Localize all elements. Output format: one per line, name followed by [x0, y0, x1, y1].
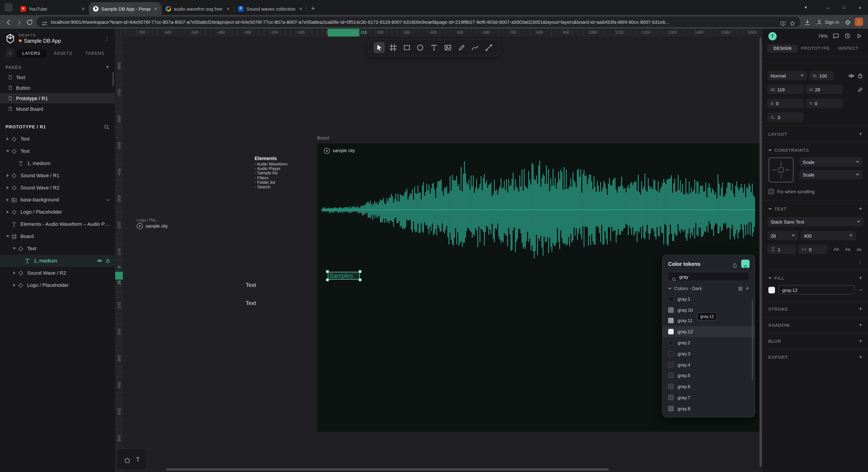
browser-tab[interactable]: audio wavefrm svg free - Goog×: [162, 2, 234, 15]
add-export-button[interactable]: +: [859, 354, 863, 360]
token-row[interactable]: gray.1: [662, 293, 754, 304]
expand-chevron-icon[interactable]: [4, 174, 11, 177]
text-option-icon-2[interactable]: M2 4h12M6 8h8M4 12h10: [791, 259, 797, 265]
install-icon[interactable]: [780, 19, 786, 25]
image-tool-button[interactable]: [442, 42, 453, 53]
remove-fill-button[interactable]: −: [859, 287, 862, 293]
download-icon[interactable]: [804, 18, 811, 26]
token-group-header[interactable]: Colors - Dark +: [662, 283, 754, 293]
layer-row[interactable]: Text: [0, 133, 115, 145]
browser-tab[interactable]: Sample DB App - Penpot×: [89, 2, 162, 15]
file-menu-icon[interactable]: ⋮: [104, 35, 110, 41]
user-avatar[interactable]: T: [768, 32, 777, 40]
canvas-text[interactable]: Text: [246, 282, 256, 288]
token-row[interactable]: gray.4: [662, 359, 754, 370]
add-blur-button[interactable]: +: [859, 338, 863, 344]
layer-row[interactable]: Board: [0, 230, 115, 243]
width-input[interactable]: W119: [767, 85, 804, 94]
pages-scrollbar[interactable]: [112, 72, 114, 86]
browser-tab[interactable]: YouTube×: [17, 2, 89, 15]
move-tool-button[interactable]: [374, 42, 385, 53]
expand-chevron-icon[interactable]: [4, 235, 11, 238]
close-button[interactable]: ×: [852, 5, 868, 10]
grid-view-icon[interactable]: [738, 286, 743, 291]
lowercase-button[interactable]: aa: [855, 245, 864, 254]
tab-inspect[interactable]: INSPECT: [833, 44, 864, 53]
view-mode-icon[interactable]: [856, 33, 862, 39]
bookmark-star-icon[interactable]: [789, 19, 796, 25]
x-input[interactable]: X0: [767, 99, 804, 108]
text-option-icon-0[interactable]: M2 4h12M2 8h8M2 12h12: [768, 259, 774, 265]
text-option-icon-3[interactable]: M2 4h12M2 8h12M2 12h12: [802, 259, 808, 265]
blend-mode-select[interactable]: Normal: [767, 71, 807, 80]
canvas[interactable]: Board sample city Samples Elements - Aud…: [115, 29, 763, 472]
search-icon[interactable]: [103, 124, 110, 130]
layer-row[interactable]: Sound Wave / R2: [0, 267, 115, 279]
selection-handle[interactable]: [359, 270, 362, 273]
site-settings-icon[interactable]: [41, 19, 48, 25]
letter-spacing-input[interactable]: 0: [798, 245, 827, 254]
add-stroke-button[interactable]: +: [859, 306, 863, 312]
add-token-button[interactable]: +: [746, 286, 749, 291]
expand-chevron-icon[interactable]: [4, 198, 11, 202]
layer-row[interactable]: Text: [0, 145, 115, 157]
text-tool-button[interactable]: [429, 42, 440, 53]
selected-text-element[interactable]: Samples: [328, 272, 360, 279]
line-height-input[interactable]: 1: [767, 245, 796, 254]
selection-handle[interactable]: [326, 279, 329, 281]
canvas-text[interactable]: Text: [246, 300, 256, 306]
tab-tokens[interactable]: TOKENS: [80, 49, 110, 57]
expand-chevron-icon[interactable]: [4, 137, 11, 140]
selection-handle[interactable]: [326, 270, 329, 273]
minimize-button[interactable]: –: [820, 5, 836, 10]
back-icon[interactable]: [5, 18, 12, 26]
add-typography-button[interactable]: +: [859, 206, 863, 211]
canvas-vertical-scrollbar[interactable]: [760, 38, 762, 467]
lock-icon[interactable]: [857, 72, 864, 79]
new-tab-button[interactable]: +: [311, 4, 315, 12]
rotation-input[interactable]: 0: [767, 112, 804, 122]
horizontal-constraint-select[interactable]: Scale: [799, 157, 862, 167]
layer-row[interactable]: Sound Wave / R1: [0, 169, 115, 182]
sign-in-button[interactable]: Sign in: [814, 19, 841, 25]
token-row[interactable]: gray.6: [662, 381, 754, 392]
font-weight-select[interactable]: 400: [800, 231, 856, 240]
board-label[interactable]: Board: [317, 136, 329, 140]
tokens-scrollbar[interactable]: [752, 300, 753, 380]
page-row[interactable]: Mood Board: [0, 103, 115, 114]
reload-icon[interactable]: [26, 18, 33, 26]
layer-row[interactable]: Logo / Placeholder: [0, 279, 115, 291]
token-row[interactable]: gray.5: [662, 370, 754, 381]
tab-prototype[interactable]: PROTOTYPE: [800, 44, 831, 53]
layer-row[interactable]: Elements - Audio Waveform – Audio Play..…: [0, 218, 115, 230]
layer-row[interactable]: Sound Wave / R2: [0, 182, 115, 194]
ellipse-tool-button[interactable]: [415, 42, 426, 53]
more-options-icon[interactable]: ⋮: [857, 259, 862, 264]
audio-waveform[interactable]: [322, 156, 756, 264]
tab-close-icon[interactable]: ×: [153, 5, 158, 11]
unlock-icon[interactable]: [105, 258, 111, 263]
height-input[interactable]: H28: [806, 85, 843, 94]
tokens-toggle-button[interactable]: [741, 260, 749, 268]
page-row[interactable]: Prototype / R1: [0, 93, 115, 103]
text-option-icon-1[interactable]: M2 4h12M4 8h8M3 12h10: [779, 259, 785, 265]
shadow-section-header[interactable]: SHADOW +: [763, 319, 868, 331]
token-row[interactable]: gray.12: [662, 326, 754, 337]
tab-close-icon[interactable]: ×: [299, 5, 303, 11]
add-layout-button[interactable]: +: [859, 131, 863, 136]
logo-placeholder[interactable]: sample city: [137, 223, 168, 229]
font-size-select[interactable]: 28: [767, 231, 798, 240]
text-option-icon-7[interactable]: M3 4h2M7 4h6M3 8h2M7 8h6M3 12h2M7 12h6: [846, 259, 852, 265]
page-row[interactable]: Text: [0, 72, 115, 83]
expand-chevron-icon[interactable]: [4, 211, 11, 214]
fill-token-pill[interactable]: gray.12: [778, 285, 855, 294]
text-option-icon-5[interactable]: M8 3v10M5 3h6M5 13h6: [824, 259, 830, 265]
tab-close-icon[interactable]: ×: [81, 5, 86, 11]
fix-when-scrolling-checkbox[interactable]: [768, 189, 774, 194]
typography-palette-icon[interactable]: T: [136, 456, 140, 463]
project-name[interactable]: DRAFTS: [19, 33, 61, 37]
tab-layers[interactable]: LAYERS: [17, 49, 46, 57]
forward-icon[interactable]: [16, 18, 23, 26]
page-row[interactable]: Button: [0, 83, 115, 93]
link-proportions-icon[interactable]: [857, 86, 864, 93]
